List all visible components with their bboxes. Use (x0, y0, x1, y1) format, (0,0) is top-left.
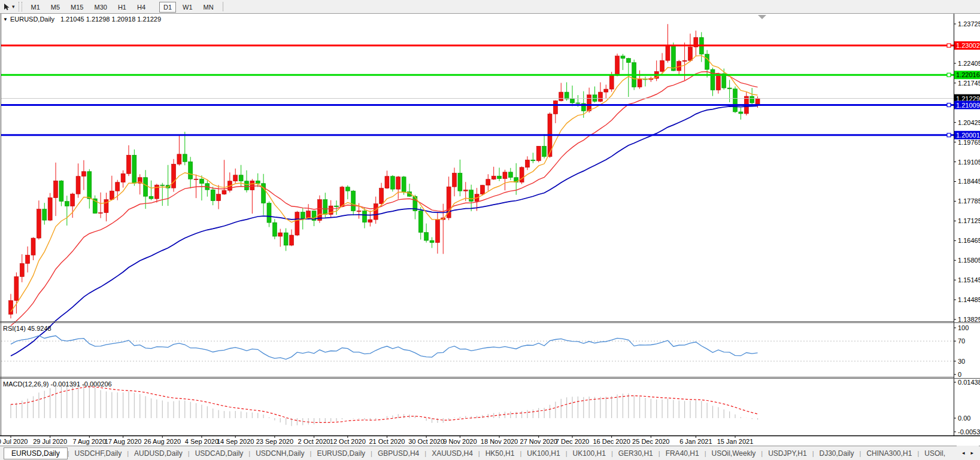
candle-bull (116, 182, 120, 191)
chart-tab-china300-h1[interactable]: CHINA300,H1 (861, 447, 917, 459)
candle-bull (290, 235, 294, 245)
cursor-tool-dropdown-icon[interactable]: ▾ (12, 4, 15, 10)
chart-tab-usdcad-daily[interactable]: USDCAD,Daily (190, 447, 249, 459)
date-axis-label: 23 Sep 2020 (256, 438, 293, 445)
timeframe-button-m5[interactable]: M5 (47, 2, 64, 13)
rsi-axis-label: 30 (958, 358, 965, 365)
macd-indicator-label: MACD(12,26,9) -0.001391 -0.000206 (3, 380, 112, 388)
candle-bull (340, 187, 344, 207)
candle-bull (177, 154, 181, 164)
candle-bull (71, 194, 75, 206)
candle-bull (638, 79, 642, 87)
timeframe-button-h4[interactable]: H4 (133, 2, 150, 13)
hline-handle[interactable] (947, 133, 951, 137)
price-axis-label: 1.15805 (958, 257, 980, 264)
candle-bear (430, 240, 434, 242)
candle-bull (491, 176, 496, 179)
timeframe-button-w1[interactable]: W1 (178, 2, 197, 13)
hline-handle[interactable] (947, 44, 951, 47)
hline-handle[interactable] (947, 73, 951, 77)
candle-bull (716, 74, 720, 90)
candle-bear (239, 175, 243, 181)
candle-bull (553, 100, 557, 114)
candle-bear (626, 59, 630, 63)
candle-bear (144, 178, 148, 196)
candle-bull (385, 176, 389, 188)
chart-shift-marker-icon[interactable] (758, 15, 766, 19)
chart-tab-uk100-h1[interactable]: UK100,H1 (568, 447, 611, 459)
chart-tab-eurusd-daily[interactable]: EURUSD,Daily (311, 447, 371, 459)
chart-tab-hk50-h1[interactable]: HK50,H1 (480, 447, 520, 459)
candle-bull (486, 179, 490, 185)
hline-price-label: 1.22016 (956, 71, 980, 78)
hline-handle[interactable] (947, 103, 951, 107)
date-axis-label: 15 Jan 2021 (717, 438, 754, 445)
tab-scroll-arrows: ◂ ▸ (957, 446, 979, 460)
date-axis-label: 4 Sep 2020 (185, 438, 219, 445)
candle-bear (272, 223, 277, 236)
timeframe-button-m1[interactable]: M1 (27, 2, 44, 13)
candle-bull (756, 99, 760, 104)
candle-bull (357, 211, 361, 212)
candle-bear (497, 176, 502, 178)
macd-axis-label: 0.00 (958, 415, 970, 422)
candle-bear (323, 200, 327, 215)
candle-bear (335, 206, 339, 206)
candle-bear (65, 202, 69, 206)
candle-bull (396, 177, 401, 189)
chart-dropdown-icon[interactable]: ▼ (3, 17, 8, 22)
candle-bull (26, 255, 30, 263)
candle-bear (621, 56, 625, 59)
chart-tab-usoil-weekly[interactable]: USOil,Weekly (706, 447, 761, 459)
timeframe-button-h1[interactable]: H1 (114, 2, 131, 13)
candle-bear (576, 103, 580, 103)
chart-tab-ger30-h1[interactable]: GER30,H1 (613, 447, 659, 459)
candle-bull (463, 190, 468, 191)
rsi-axis-label: 70 (958, 337, 965, 345)
chart-tab-xauusd-h4[interactable]: XAUUSD,H4 (426, 447, 478, 459)
chart-tab-usoil-[interactable]: USOil, (919, 447, 951, 459)
price-axis-label: 1.18445 (958, 178, 980, 185)
candle-bull (559, 92, 563, 100)
candle-bear (87, 172, 92, 199)
chart-tab-usdjpy-h1[interactable]: USDJPY,H1 (763, 447, 812, 459)
price-axis-label: 1.21745 (958, 80, 980, 87)
chart-tab-dj30-daily[interactable]: DJ30,Daily (814, 447, 860, 459)
timeframe-button-m30[interactable]: M30 (90, 2, 111, 13)
cursor-tool-icon[interactable] (2, 2, 11, 11)
chart-tab-usdcnh-daily[interactable]: USDCNH,Daily (250, 447, 310, 459)
candle-bear (362, 211, 366, 223)
candle-bear (402, 177, 406, 192)
chart-tab-fra40-h1[interactable]: FRA40,H1 (660, 447, 705, 459)
timeframe-button-d1[interactable]: D1 (159, 2, 176, 13)
rsi-axis-label: 0 (958, 371, 961, 378)
candle-bull (250, 181, 254, 190)
candle-bear (571, 99, 575, 102)
candle-bull (104, 200, 108, 213)
candle-bear (256, 181, 260, 183)
hline-price-label: 1.20001 (956, 132, 980, 139)
chart-tab-audusd-daily[interactable]: AUDUSD,Daily (129, 447, 188, 459)
candle-bull (453, 173, 457, 187)
candle-bear (565, 92, 569, 99)
chart-canvas[interactable]: 1.237251.224051.217451.204251.197651.191… (0, 0, 980, 460)
chart-tab-eurusd-daily[interactable]: EURUSD,Daily (4, 447, 68, 459)
candle-bear (244, 181, 248, 190)
tab-scroll-right-icon[interactable]: ▸ (967, 450, 976, 456)
tab-scroll-left-icon[interactable]: ◂ (959, 450, 968, 456)
timeframe-button-mn[interactable]: MN (199, 2, 218, 13)
chart-tab-uk100-h1[interactable]: UK100,H1 (521, 447, 565, 459)
candle-bear (43, 209, 47, 220)
candle-bull (14, 276, 19, 300)
chart-tab-usdchf-daily[interactable]: USDCHF,Daily (69, 447, 128, 459)
rsi-indicator-label: RSI(14) 45.9248 (3, 325, 51, 332)
candle-bull (233, 175, 238, 181)
date-axis-label: 29 Jul 2020 (33, 438, 67, 445)
date-axis-label: 27 Nov 2020 (520, 438, 557, 445)
candle-bull (380, 188, 384, 204)
candle-bear (418, 211, 423, 233)
timeframe-button-m15[interactable]: M15 (66, 2, 87, 13)
candle-bear (508, 172, 512, 178)
chart-tab-gbpusd-h4[interactable]: GBPUSD,H4 (372, 447, 424, 459)
hline-price-label: 1.23002 (956, 42, 980, 49)
